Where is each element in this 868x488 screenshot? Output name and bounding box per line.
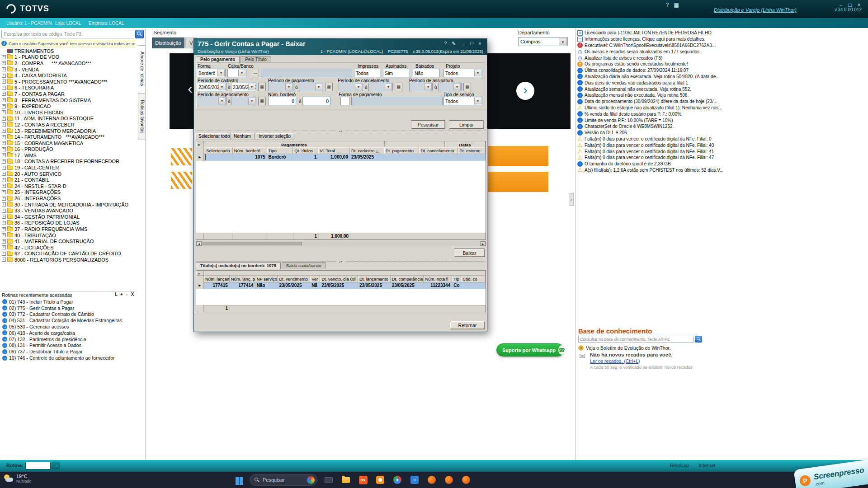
expand-icon[interactable]	[2, 147, 6, 151]
agendamento-from-date[interactable]	[197, 97, 226, 105]
num-bordero-from-input[interactable]: 0	[268, 97, 296, 105]
col-dt-competencia[interactable]: Dt. competência	[391, 276, 424, 282]
recent-routine-item[interactable]: 02) 775 - Gerir Contas a Pagar	[0, 305, 136, 311]
panel-collapse-handle[interactable]	[569, 193, 574, 206]
tree-item[interactable]: 8 - FERRAMENTAS DO SISTEMA	[0, 97, 136, 103]
tree-item[interactable]: 2 - COMPRA *** AVANCADO***	[0, 60, 136, 66]
start-button[interactable]	[232, 474, 244, 486]
recent-control-minus[interactable]: -	[125, 292, 129, 297]
tree-item[interactable]: 37 - RÁDIO FREQUÊNCIA WMS	[0, 226, 136, 232]
expand-icon[interactable]	[2, 221, 6, 225]
expand-icon[interactable]	[2, 202, 6, 206]
tree-item[interactable]: 14 - FATURAMENTO ***AVANCADO***	[0, 134, 136, 140]
expand-icon[interactable]	[2, 215, 6, 219]
expand-icon[interactable]	[2, 117, 6, 121]
notification-item[interactable]: Atualização diária não executada. Veja r…	[577, 74, 790, 80]
tree-item[interactable]: 7 - CONTAS A PAGAR	[0, 91, 136, 97]
notification-item[interactable]: Falta(m) 0 dias para vencer o certificad…	[577, 148, 790, 155]
notification-item[interactable]: Dias úteis de vendas não cadastrados par…	[577, 80, 790, 86]
recent-routine-item[interactable]: 01) 749 - Incluir Título a Pagar	[0, 299, 136, 305]
cancelamento-to-date[interactable]	[368, 83, 393, 91]
notification-item[interactable]: Os programas estão sendo executados loca…	[577, 61, 790, 67]
grid-menu-icon[interactable]	[196, 141, 204, 147]
recent-routine-item[interactable]: 08) 131 - Permitir Acesso a Dados	[0, 343, 136, 349]
recent-routine-item[interactable]: 06) 410 - Acerto de carga/caixa	[0, 330, 136, 336]
cancelamento-from-date[interactable]	[339, 83, 363, 91]
notification-item[interactable]: Última consolidação de dados: 27/09/2024…	[577, 67, 790, 74]
projeto-select[interactable]: Todos	[443, 69, 482, 77]
tree-item[interactable]: 26 - INTEGRAÇÕES	[0, 195, 136, 202]
col-selecionado[interactable]: Selecionado	[204, 147, 233, 154]
chrome-icon[interactable]	[392, 474, 403, 486]
tree-item[interactable]: 33 - VENDAS AVANÇADO	[0, 207, 136, 214]
modal-maximize-icon[interactable]	[468, 41, 475, 47]
row-checkbox-cell[interactable]	[204, 154, 233, 161]
pagamento-to-date[interactable]	[299, 83, 323, 91]
col-nf-servico[interactable]: NF serviço	[255, 276, 278, 282]
expand-icon[interactable]	[2, 258, 6, 262]
assinatura-calendar-button[interactable]	[463, 83, 471, 91]
search-button[interactable]	[135, 30, 144, 38]
file-explorer-icon[interactable]	[340, 474, 352, 486]
payments-grid-hscrollbar[interactable]: ◀ ▶	[196, 241, 486, 246]
col-qt-titulos[interactable]: Qt. títulos	[293, 147, 318, 154]
expand-icon[interactable]	[2, 80, 6, 84]
tree-item[interactable]: 41 - MATERIAL DE CONSTRUÇÃO	[0, 238, 136, 244]
baixar-button[interactable]: Baixar	[454, 249, 485, 257]
tree-item[interactable]: 20 - AUTO SERVICO	[0, 171, 136, 177]
col-num-lancam[interactable]: Núm. lançam	[204, 276, 230, 282]
modal-edit-icon[interactable]	[450, 41, 457, 47]
tree-item[interactable]: 6 - TESOURARIA	[0, 85, 136, 91]
vscode-icon[interactable]	[409, 474, 420, 486]
tree-item[interactable]: 4 - CAIXA MOTORISTA	[0, 72, 136, 79]
notification-item[interactable]: Limite de venda P.F.: 10,00% (TARE = 10%…	[577, 117, 790, 123]
expand-icon[interactable]	[2, 55, 6, 59]
expand-icon[interactable]	[2, 141, 6, 145]
notification-item[interactable]: Falta(m) 0 dias para vencer o certificad…	[577, 142, 790, 148]
tab-favorite-routines[interactable]: Rotinas favoritas	[138, 93, 146, 140]
select-none-button[interactable]: Nenhum	[230, 133, 255, 140]
scroll-right-icon[interactable]: ▶	[480, 241, 486, 246]
expand-icon[interactable]	[2, 74, 6, 78]
weather-widget[interactable]: 19°C Nublado	[4, 474, 32, 483]
tree-item[interactable]: 5 - PROCESSAMENTO ***AVANCADO***	[0, 79, 136, 85]
row-checkbox[interactable]	[205, 154, 206, 160]
tab-pelo-pagamento[interactable]: Pelo pagamento	[196, 56, 240, 63]
tree-item[interactable]: 40 - TRIBUTAÇÃO	[0, 232, 136, 239]
recent-routine-item[interactable]: 10) 746 - Controle de adiantamento ao fo…	[0, 355, 136, 361]
notification-item[interactable]: Último saldo do estoque não atualizado (…	[577, 105, 790, 111]
num-bordero-to-input[interactable]: 0	[302, 97, 330, 105]
pagamento-calendar-button[interactable]	[325, 83, 333, 91]
taskbar-search[interactable]: Pesquisar	[250, 474, 317, 486]
tree-item[interactable]: TREINAMENTOS	[0, 48, 136, 54]
expand-icon[interactable]	[2, 233, 6, 237]
expand-icon[interactable]	[2, 172, 6, 176]
product-link[interactable]: Distribuição e Varejo (Linha WinThor)	[714, 7, 797, 13]
col-num-nota-fi[interactable]: Núm. nota fi	[424, 276, 452, 282]
recent-control-l[interactable]: L	[114, 292, 118, 297]
titles-grid-row[interactable]: 177415 177414 Não 23/05/2025 Nã 23/05/20…	[196, 282, 486, 289]
app-dx-icon[interactable]	[357, 474, 369, 486]
tree-item[interactable]: 15 - COBRANCA MAGNETICA	[0, 140, 136, 146]
tree-item[interactable]: 12 - CONTAS A RECEBER	[0, 122, 136, 128]
help-icon[interactable]	[664, 2, 671, 8]
apps-grid-icon[interactable]	[673, 2, 680, 8]
recent-routine-item[interactable]: 04) 531 - Cadastrar Cotação de Moedas Es…	[0, 317, 136, 324]
department-select[interactable]: Compras	[518, 37, 568, 46]
cadastro-to-date[interactable]: 23/05/2025	[231, 83, 256, 91]
tree-item[interactable]: 25 - INTEGRAÇÕES	[0, 189, 136, 196]
expand-icon[interactable]	[2, 160, 6, 164]
scroll-left-icon[interactable]: ◀	[196, 241, 202, 246]
expand-icon[interactable]	[2, 129, 6, 133]
tab-routine-tree[interactable]: Árvore de rotinas	[138, 45, 146, 92]
limpar-button[interactable]: Limpar	[449, 120, 484, 129]
footer-routine-input[interactable]	[25, 462, 51, 469]
bulletin-row[interactable]: Veja o Boletim de Evolução do WinThor.	[578, 345, 670, 351]
col-num-lanc-p[interactable]: Núm. lanç. p	[230, 276, 255, 282]
expand-icon[interactable]	[2, 110, 6, 114]
col-num-bordero[interactable]: Núm. borderô	[233, 147, 267, 154]
tree-item[interactable]: 36 - REPOSIÇÃO DE LOJAS	[0, 220, 136, 226]
expand-icon[interactable]	[2, 67, 6, 71]
recent-routine-item[interactable]: 05) 530 - Gerenciar acessos	[0, 324, 136, 330]
col-dt-estorno[interactable]: Dt. estorno	[458, 147, 486, 154]
